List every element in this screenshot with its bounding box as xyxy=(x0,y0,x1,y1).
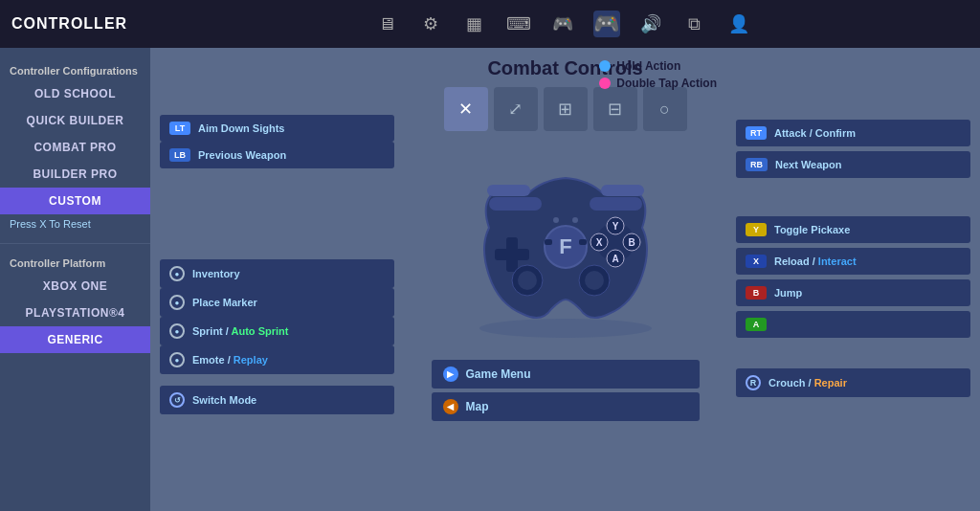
game-menu-button[interactable]: ▶ Game Menu xyxy=(432,360,700,389)
ls-icon: ● xyxy=(169,266,185,281)
rb-badge: RB xyxy=(746,158,768,171)
game-menu-label: Game Menu xyxy=(466,367,531,381)
map-button[interactable]: ◀ Map xyxy=(432,392,700,421)
sprint-button[interactable]: ● Sprint / Auto Sprint xyxy=(160,317,394,345)
x-badge: X xyxy=(746,255,767,268)
gamepad-active-icon[interactable]: 🎮 xyxy=(593,11,620,37)
crouch-button[interactable]: R Crouch / Repair xyxy=(736,368,970,397)
legend: Hold Action Double Tap Action xyxy=(599,59,717,90)
svg-text:X: X xyxy=(595,237,602,248)
tab-icon-move[interactable]: ⤢ xyxy=(494,87,538,131)
tab-icon-cross[interactable]: ✕ xyxy=(444,87,488,131)
svg-text:A: A xyxy=(612,254,618,264)
svg-point-8 xyxy=(518,271,537,290)
svg-point-0 xyxy=(479,319,652,338)
bottom-center-buttons: ▶ Game Menu ◀ Map xyxy=(432,360,700,421)
repair-highlight: Repair xyxy=(814,377,847,389)
network-icon[interactable]: ⧉ xyxy=(681,11,708,37)
sidebar-item-quick-builder[interactable]: QUICK BUILDER xyxy=(0,107,150,134)
sidebar-item-generic[interactable]: GENERIC xyxy=(0,326,150,353)
sidebar-item-combat-pro[interactable]: COMBAT PRO xyxy=(0,134,150,161)
lt-badge: LT xyxy=(169,122,190,135)
user-icon[interactable]: 👤 xyxy=(725,11,752,37)
svg-rect-22 xyxy=(545,239,552,245)
hold-action-label: Hold Action xyxy=(616,59,680,73)
game-menu-badge: ▶ xyxy=(443,367,458,382)
sidebar-item-xbox[interactable]: XBOX ONE xyxy=(0,273,150,300)
svg-rect-3 xyxy=(487,185,530,196)
b-badge: B xyxy=(746,286,767,300)
lb-label: Previous Weapon xyxy=(198,149,286,161)
double-tap-legend: Double Tap Action xyxy=(599,77,717,90)
reload-button[interactable]: X Reload / Interact xyxy=(736,248,970,275)
tab-icon-grid2[interactable]: ⊟ xyxy=(593,87,637,131)
svg-text:F: F xyxy=(559,234,571,258)
tab-icon-circle[interactable]: ○ xyxy=(643,87,687,131)
inventory-label: Inventory xyxy=(192,268,240,279)
double-tap-dot xyxy=(599,78,611,89)
tab-icon-grid1[interactable]: ⊞ xyxy=(544,87,588,131)
controller-image: Y X B A F xyxy=(432,142,700,352)
interact-highlight: Interact xyxy=(818,256,857,267)
rb-label: Next Weapon xyxy=(775,159,841,170)
replay-highlight: Replay xyxy=(234,354,268,366)
lt-button[interactable]: LT Aim Down Sights xyxy=(160,115,394,142)
svg-rect-2 xyxy=(590,197,642,211)
map-label: Map xyxy=(466,400,489,413)
ls4-icon: ● xyxy=(169,352,185,367)
map-badge: ◀ xyxy=(443,399,458,414)
sidebar-item-playstation[interactable]: PLAYSTATION®4 xyxy=(0,300,150,326)
switch-mode-icon: ↺ xyxy=(169,392,185,408)
controller-gamepad-icon[interactable]: 🎮 xyxy=(549,11,576,37)
toggle-pickaxe-label: Toggle Pickaxe xyxy=(774,224,850,235)
sidebar: Controller Configurations OLD SCHOOL QUI… xyxy=(0,48,150,511)
rt-badge: RT xyxy=(746,126,767,140)
rs-icon: R xyxy=(746,375,761,390)
sidebar-divider xyxy=(0,243,150,244)
place-marker-label: Place Marker xyxy=(192,297,257,308)
sidebar-item-custom[interactable]: CUSTOM xyxy=(0,188,150,214)
speaker-icon[interactable]: 🔊 xyxy=(637,11,664,37)
inventory-button[interactable]: ● Inventory xyxy=(160,259,394,288)
sidebar-reset: Press X To Reset xyxy=(0,214,150,237)
lt-label: Aim Down Sights xyxy=(198,122,284,134)
lb-button[interactable]: LB Previous Weapon xyxy=(160,142,394,168)
rb-button[interactable]: RB Next Weapon xyxy=(736,151,970,178)
y-badge: Y xyxy=(746,223,767,236)
monitor-icon[interactable]: 🖥 xyxy=(373,11,400,37)
svg-rect-1 xyxy=(489,197,542,211)
toggle-pickaxe-button[interactable]: Y Toggle Pickaxe xyxy=(736,216,970,243)
edit-button[interactable]: B Jump xyxy=(736,279,970,306)
switch-mode-label: Switch Mode xyxy=(192,394,256,406)
rt-button[interactable]: RT Attack / Confirm xyxy=(736,120,970,146)
auto-sprint-highlight: Auto Sprint xyxy=(232,325,289,337)
svg-rect-23 xyxy=(579,239,587,245)
reload-label: Reload / Interact xyxy=(774,256,857,267)
center-panel: Combat Controls Hold Action Double Tap A… xyxy=(404,48,726,511)
switch-mode-button[interactable]: ↺ Switch Mode xyxy=(160,386,394,414)
sidebar-item-builder-pro[interactable]: BUILDER PRO xyxy=(0,161,150,188)
nav-icons: 🖥 ⚙ ▦ ⌨ 🎮 🎮 🔊 ⧉ 👤 xyxy=(156,11,969,37)
edit-label: Jump xyxy=(774,287,802,299)
display-icon[interactable]: ▦ xyxy=(461,11,488,37)
hold-action-legend: Hold Action xyxy=(599,59,717,73)
keyboard-icon[interactable]: ⌨ xyxy=(505,11,532,37)
rt-label: Attack / Confirm xyxy=(774,127,856,139)
svg-point-10 xyxy=(585,271,604,290)
ls3-icon: ● xyxy=(169,323,185,339)
svg-rect-4 xyxy=(601,185,644,196)
right-actions-panel: RT Attack / Confirm RB Next Weapon Y Tog… xyxy=(726,48,980,511)
a-badge: A xyxy=(746,318,767,331)
svg-text:B: B xyxy=(628,237,635,248)
lb-badge: LB xyxy=(169,148,190,162)
sidebar-item-old-school[interactable]: OLD SCHOOL xyxy=(0,80,150,107)
jump-button[interactable]: A xyxy=(736,311,970,338)
place-marker-button[interactable]: ● Place Marker xyxy=(160,288,394,317)
svg-text:Y: Y xyxy=(612,221,618,232)
svg-rect-6 xyxy=(495,249,529,260)
crouch-label: Crouch / Repair xyxy=(768,377,847,389)
main-content: Controller Configurations OLD SCHOOL QUI… xyxy=(0,48,980,511)
svg-point-25 xyxy=(572,217,578,223)
gear-icon[interactable]: ⚙ xyxy=(417,11,444,37)
emote-button[interactable]: ● Emote / Replay xyxy=(160,345,394,374)
